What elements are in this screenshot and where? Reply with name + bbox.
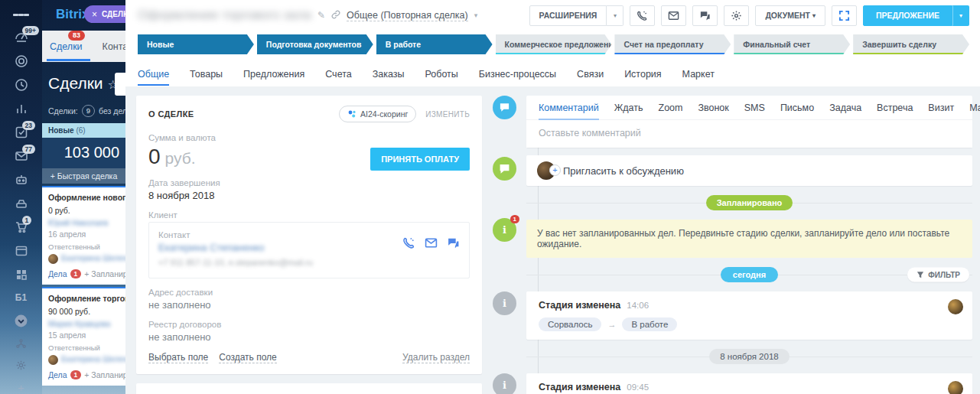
deal-session-chip[interactable]: ×СДЕЛКА xyxy=(84,5,125,23)
chat-button[interactable] xyxy=(692,5,718,26)
activity-tab-email[interactable]: Письмо xyxy=(780,103,814,113)
document-button[interactable]: ДОКУМЕНТ ▾ xyxy=(755,5,825,26)
deal-card[interactable]: Оформление торговой точки 90 000 руб. Ма… xyxy=(42,287,125,386)
tab-deals[interactable]: Сделки 83 xyxy=(50,41,83,52)
settings-icon[interactable] xyxy=(13,360,30,371)
market-icon[interactable] xyxy=(13,268,30,282)
b1-icon[interactable]: Б1 xyxy=(13,291,30,303)
deal-card-client[interactable]: Юрий Николаев xyxy=(48,218,119,227)
deal-card-client[interactable]: Мария Кравцова xyxy=(48,319,119,328)
mail-icon[interactable]: 77 xyxy=(13,149,30,163)
activity-tab-call[interactable]: Звонок xyxy=(698,103,728,113)
cart-icon[interactable]: 1 xyxy=(13,220,30,234)
tab-quotes[interactable]: Предложения xyxy=(243,69,304,80)
extensions-button[interactable]: РАСШИРЕНИЯ xyxy=(529,5,607,26)
stage-in-progress[interactable]: В работе xyxy=(376,34,493,54)
deal-title[interactable]: Оформление торгового зала xyxy=(138,8,311,23)
deal-card-title[interactable]: Оформление торговой точки xyxy=(48,294,119,303)
gear-button[interactable] xyxy=(724,5,749,26)
create-field-link[interactable]: Создать поле xyxy=(219,352,277,363)
activity-tab-meeting[interactable]: Встреча xyxy=(877,103,913,113)
activity-tab-comment[interactable]: Комментарий xyxy=(539,103,599,113)
edit-title-icon[interactable]: ✎ xyxy=(317,10,325,21)
tab-orders[interactable]: Заказы xyxy=(373,69,405,80)
add-icon[interactable]: + xyxy=(13,381,30,394)
activity-tab-visit[interactable]: Визит xyxy=(928,103,954,113)
tab-bizproc[interactable]: Бизнес-процессы xyxy=(479,69,556,80)
contact-email-icon[interactable] xyxy=(425,236,438,249)
contact-name[interactable]: Екатерина Степаненко xyxy=(158,242,313,253)
stage-close-deal[interactable]: Завершить сделку xyxy=(853,34,969,54)
proposal-caret[interactable]: ▾ xyxy=(952,5,969,26)
stage-new[interactable]: Новые xyxy=(138,34,254,54)
client-card[interactable]: Контакт Екатерина Степаненко +7 911 857-… xyxy=(148,222,470,278)
cash-register-icon[interactable] xyxy=(13,197,30,210)
accept-payment-button[interactable]: ПРИНЯТЬ ОПЛАТУ xyxy=(370,148,470,171)
timeline-stage-change[interactable]: i Стадия изменена09:45 Новая → Сделка не… xyxy=(526,373,972,394)
deals-link[interactable]: Дела xyxy=(48,269,67,278)
close-icon[interactable]: × xyxy=(92,9,97,20)
deal-card-title[interactable]: Оформление нового зала xyxy=(48,193,119,202)
call-button[interactable] xyxy=(630,5,655,26)
robot-icon[interactable] xyxy=(13,173,30,187)
stage-docs[interactable]: Подготовка документов xyxy=(257,34,373,54)
activity-tab-market[interactable]: Маркет xyxy=(969,103,980,113)
deals-link[interactable]: Дела xyxy=(48,370,67,379)
tab-links[interactable]: Связи xyxy=(577,69,604,80)
responsible-name[interactable]: Екатерина Шеленкова xyxy=(61,253,125,262)
deal-category-selector[interactable]: Общее (Повторная сделка) xyxy=(347,10,468,21)
search-input[interactable] xyxy=(115,73,125,96)
ai-scoring-button[interactable]: AI24-скоринг xyxy=(339,106,416,122)
copy-link-icon[interactable] xyxy=(331,10,340,21)
deal-sum-value[interactable]: 0руб. xyxy=(148,145,196,169)
add-participant-icon[interactable]: + xyxy=(549,164,561,176)
stage-final-invoice[interactable]: Финальный счет xyxy=(734,34,850,54)
stats-icon[interactable] xyxy=(13,102,30,116)
delete-section-link[interactable]: Удалить раздел xyxy=(402,352,470,363)
feed-icon[interactable]: 99+ xyxy=(13,31,30,44)
tasks-icon[interactable]: 23 xyxy=(13,125,30,139)
tab-market[interactable]: Маркет xyxy=(682,69,715,80)
plan-link[interactable]: + Запланировать xyxy=(84,269,125,278)
deal-card[interactable]: Оформление нового зала 0 руб. Юрий Никол… xyxy=(42,186,125,285)
activity-tab-zoom[interactable]: Zoom xyxy=(659,103,683,113)
delivery-value[interactable]: не заполнено xyxy=(148,299,470,311)
comment-input[interactable] xyxy=(526,120,972,148)
tab-contacts[interactable]: Контакты xyxy=(103,41,125,52)
contact-call-icon[interactable] xyxy=(402,236,415,249)
stage-commercial-offer[interactable]: Коммерческое предложение xyxy=(496,34,612,54)
invite-label[interactable]: Пригласить к обсуждению xyxy=(563,165,684,177)
stage-prepay-invoice[interactable]: Счет на предоплату xyxy=(614,34,731,54)
contact-chat-icon[interactable] xyxy=(447,236,460,249)
proposal-button[interactable]: ПРЕДЛОЖЕНИЕ xyxy=(863,5,952,26)
kanban-column-header[interactable]: Новые (6) xyxy=(42,123,125,138)
menu-icon[interactable] xyxy=(13,9,30,21)
registry-value[interactable]: не заполнено xyxy=(148,331,470,343)
tab-general[interactable]: Общие xyxy=(138,69,169,80)
tab-robots[interactable]: Роботы xyxy=(425,69,458,80)
edit-about-link[interactable]: ИЗМЕНИТЬ xyxy=(425,110,470,119)
email-button[interactable] xyxy=(661,5,686,26)
invite-row[interactable]: + Пригласить к обсуждению xyxy=(526,155,972,186)
tab-history[interactable]: История xyxy=(624,69,661,80)
quick-deal-button[interactable]: + Быстрая сделка xyxy=(42,168,125,184)
time-icon[interactable] xyxy=(13,78,30,92)
extensions-caret[interactable]: ▾ xyxy=(607,5,623,26)
timeline-stage-change[interactable]: i Стадия изменена14:06 Сорвалось → В раб… xyxy=(526,291,972,340)
tab-products[interactable]: Товары xyxy=(190,69,223,80)
tab-invoices[interactable]: Счета xyxy=(325,69,351,80)
activity-tab-wait[interactable]: Ждать xyxy=(614,103,643,113)
activity-tab-task[interactable]: Задача xyxy=(829,103,861,113)
crm-target-icon[interactable] xyxy=(13,54,30,68)
sites-icon[interactable] xyxy=(13,244,30,258)
filter-button[interactable]: ФИЛЬТР xyxy=(907,268,969,282)
more-items-icon[interactable] xyxy=(13,314,30,328)
deals-counters[interactable]: Сделки: 9 без дел 2 xyxy=(42,100,125,123)
responsible-name[interactable]: Екатерина Шеленкова xyxy=(61,354,125,363)
structure-icon[interactable] xyxy=(13,338,30,350)
plan-link[interactable]: + Запланировать xyxy=(84,370,125,379)
close-date-value[interactable]: 8 ноября 2018 xyxy=(148,190,470,201)
activity-tab-sms[interactable]: SMS xyxy=(744,103,765,113)
choose-field-link[interactable]: Выбрать поле xyxy=(148,352,208,363)
fullscreen-button[interactable] xyxy=(832,5,857,26)
